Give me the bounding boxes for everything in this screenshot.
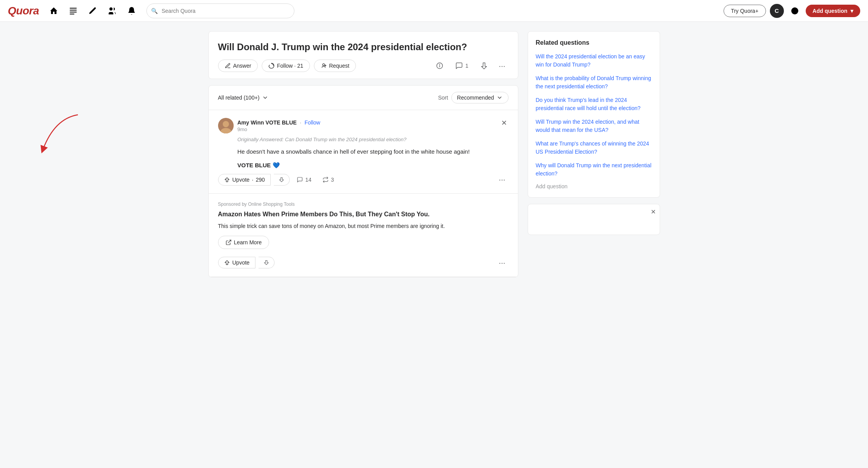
downvote-button[interactable] [274,174,290,186]
answer-button[interactable]: Answer [218,60,258,72]
ad-downvote-icon [263,259,269,266]
search-bar: 🔍 [146,4,294,18]
ad-upvote-button[interactable]: Upvote [218,257,255,268]
answer-timestamp: 9mo [238,126,320,132]
svg-point-9 [440,64,440,65]
quora-logo[interactable]: Quora [8,5,39,17]
answers-section: All related (100+) Sort Recommended [208,85,518,277]
svg-point-6 [322,64,324,66]
main-nav [45,2,140,19]
content-area: Will Donald J. Trump win the 2024 presid… [208,31,518,277]
follow-author-link[interactable]: Follow [305,119,320,126]
edit-icon [88,6,97,16]
related-question-item[interactable]: What are Trump's chances of winning the … [536,140,652,156]
external-link-icon [225,239,232,245]
svg-rect-0 [70,8,77,9]
share-answer-button[interactable]: 3 [319,174,338,185]
answer-footer: Upvote · 290 14 3 [218,174,509,186]
question-title: Will Donald J. Trump win the 2024 presid… [218,41,509,53]
comment-icon [455,62,463,70]
list-icon [69,6,78,16]
more-options-button[interactable]: ··· [496,60,509,72]
question-card: Will Donald J. Trump win the 2024 presid… [208,31,518,79]
nav-home-button[interactable] [45,2,62,19]
close-answer-button[interactable]: ✕ [500,118,509,128]
sort-button[interactable]: Recommended [451,92,509,103]
related-question-item[interactable]: Will the 2024 presidential election be a… [536,53,652,69]
avatar [218,118,234,133]
search-icon: 🔍 [151,8,158,14]
upvote-button[interactable]: Upvote · 290 [218,174,271,186]
follow-button[interactable]: Follow · 21 [262,60,310,72]
info-button[interactable] [432,59,447,72]
related-question-item[interactable]: What is the probability of Donald Trump … [536,74,652,91]
language-button[interactable] [788,4,802,18]
dropdown-icon: ▾ [850,8,853,14]
author-info: Amy Winn VOTE BLUE · Follow 9mo [238,119,320,132]
sort-area: Sort Recommended [438,92,509,103]
sort-chevron-icon [497,95,503,101]
header: Quora 🔍 Try Quora+ C Add question ▾ [0,0,868,22]
add-related-question-link[interactable]: Add question [536,183,652,189]
ad-close-button[interactable]: ✕ [651,208,656,216]
question-actions: Answer Follow · 21 Request 1 [218,59,509,72]
right-sidebar: Related questions Will the 2024 presiden… [528,31,660,277]
related-questions-title: Related questions [536,39,652,46]
related-question-item[interactable]: Do you think Trump's lead in the 2024 pr… [536,96,652,112]
answer-more-options-button[interactable]: ··· [496,174,509,186]
request-icon [320,63,327,69]
all-related-button[interactable]: All related (100+) [218,95,268,101]
avatar-image [218,118,234,133]
ad-downvote-button[interactable] [259,257,275,268]
related-question-item[interactable]: Will Trump win the 2024 election, and wh… [536,118,652,134]
upvote-icon [224,177,230,183]
globe-icon [790,6,799,16]
answer-header: Amy Winn VOTE BLUE · Follow 9mo ✕ [218,118,509,133]
downvote-answer-icon [278,177,285,183]
related-questions-card: Related questions Will the 2024 presiden… [528,31,660,198]
downvote-icon [480,62,488,70]
svg-rect-1 [70,10,77,11]
nav-notifications-button[interactable] [123,2,140,19]
home-icon [49,6,58,16]
people-icon [107,6,117,16]
ad-more-options-button[interactable]: ··· [496,257,509,269]
header-right: Try Quora+ C Add question ▾ [724,4,860,18]
comment-answer-icon [297,177,303,183]
main-layout: Will Donald J. Trump win the 2024 presid… [201,31,668,277]
search-input[interactable] [146,4,294,18]
upvote-separator: · [252,177,254,183]
related-question-item[interactable]: Why will Donald Trump win the next presi… [536,161,652,178]
add-question-button[interactable]: Add question ▾ [806,5,860,17]
answer-text: He doesn't have a snowballs chance in he… [238,147,509,156]
ad-title: Amazon Hates When Prime Members Do This,… [218,210,509,219]
nav-spaces-button[interactable] [84,2,101,19]
originally-answered: Originally Answered: Can Donald Trump wi… [238,137,509,142]
ad-upvote-icon [224,259,230,266]
svg-rect-2 [70,12,77,12]
svg-line-13 [228,240,231,243]
learn-more-button[interactable]: Learn More [218,236,269,249]
chevron-down-icon [262,95,268,101]
downvote-question-button[interactable] [476,59,492,72]
try-plus-button[interactable]: Try Quora+ [724,5,766,17]
comment-answer-button[interactable]: 14 [293,174,315,185]
answer-card: Amy Winn VOTE BLUE · Follow 9mo ✕ Origin… [209,110,518,194]
vote-blue-text: VOTE BLUE 💙 [238,162,509,169]
nav-following-button[interactable] [65,2,82,19]
ad-description: This simple trick can save tons of money… [218,222,509,230]
answers-header: All related (100+) Sort Recommended [209,86,518,110]
info-icon [436,62,444,70]
sidebar-ad-widget: ✕ [528,204,660,235]
bell-icon [127,6,136,16]
author-name-row: Amy Winn VOTE BLUE · Follow [238,119,320,126]
user-avatar-button[interactable]: C [770,4,784,18]
comment-button[interactable]: 1 [451,59,472,72]
pen-icon [225,63,231,69]
nav-people-button[interactable] [104,2,121,19]
follow-icon [268,63,275,69]
separator: · [300,119,301,126]
request-button[interactable]: Request [314,60,356,72]
ad-footer: Upvote ··· [218,257,509,269]
svg-rect-3 [70,14,74,14]
